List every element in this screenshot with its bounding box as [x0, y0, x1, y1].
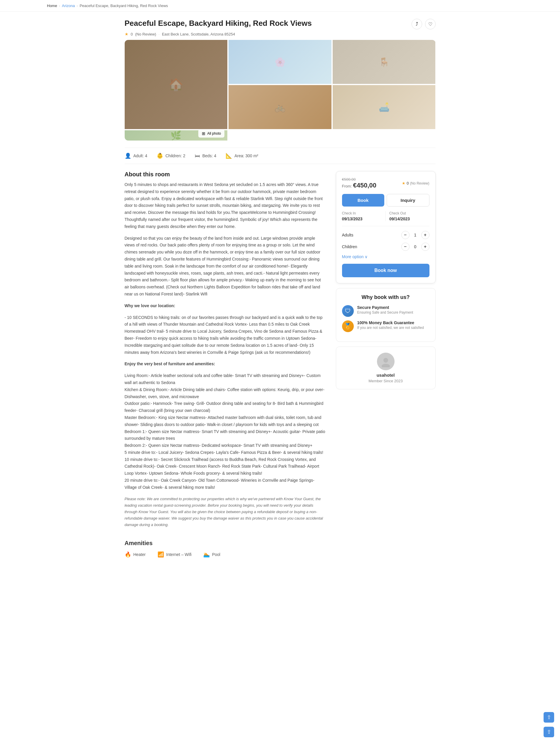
children-row: Children − 0 + — [342, 243, 429, 251]
location-text: East Beck Lane, Scottsdale, Arizona 8525… — [162, 32, 235, 36]
money-back-sub: If you are not satisfied, we are not sat… — [357, 326, 424, 330]
star-icon: ★ — [125, 32, 128, 36]
area-icon: 📐 — [225, 153, 232, 159]
heater-label: Heater — [133, 552, 146, 557]
beds-label: Beds: 4 — [202, 153, 216, 158]
separator: · — [158, 32, 159, 36]
secure-payment-item: 🛡 Secure Payment Ensuring Safe and Secur… — [342, 305, 429, 317]
secure-payment-text: Secure Payment Ensuring Safe and Secure … — [357, 305, 413, 315]
breadcrumb-home[interactable]: Home — [47, 3, 57, 8]
wifi-icon: 📶 — [157, 551, 164, 558]
property-title: Peaceful Escape, Backyard Hiking, Red Ro… — [125, 19, 312, 28]
secure-payment-title: Secure Payment — [357, 305, 413, 310]
checkin-label: Check In — [342, 211, 382, 215]
host-since: Member Since 2023 — [342, 379, 429, 383]
checkout-label: Check Out — [389, 211, 429, 215]
secure-payment-sub: Ensuring Safe and Secure Payment — [357, 311, 413, 315]
beds-icon: 🛏 — [195, 153, 200, 159]
money-back-icon: 🏅 — [342, 320, 354, 332]
amenity-pool: 🏊 Pool — [203, 551, 220, 558]
amenities-text: Living Room:- Article leather sectional … — [125, 372, 326, 491]
why-book-card: Why book with us? 🛡 Secure Payment Ensur… — [336, 288, 436, 342]
inquiry-button[interactable]: Inquiry — [387, 194, 429, 207]
heater-icon: 🔥 — [125, 551, 131, 558]
breadcrumb-sep1: › — [59, 3, 60, 8]
money-back-text: 100% Money Back Guarantee If you are not… — [357, 320, 424, 330]
amenities-section: Amenities 🔥 Heater 📶 Internet – Wifi 🏊 P… — [125, 540, 326, 558]
book-now-button[interactable]: Book now — [342, 264, 429, 277]
all-photo-label: All photo — [207, 131, 221, 135]
amenity-wifi: 📶 Internet – Wifi — [157, 551, 192, 558]
checkout-group: Check Out 09/14/2023 — [389, 211, 429, 221]
description-1: Only 5 minutes to shops and restaurants … — [125, 181, 326, 230]
more-option[interactable]: More option ∨ — [342, 254, 429, 259]
children-controls[interactable]: − 0 + — [401, 243, 429, 251]
money-back-item: 🏅 100% Money Back Guarantee If you are n… — [342, 320, 429, 332]
why-location-title: Why we love our location: — [125, 303, 175, 308]
price-from-label: From: — [342, 184, 352, 188]
photo-5[interactable]: 🛋️ — [333, 85, 436, 129]
pool-label: Pool — [212, 552, 220, 557]
photo-grid: 🏠 🌸 🪑 🚲 🛋️ 🌿 — [125, 40, 436, 141]
photo-1[interactable]: 🏠 — [125, 40, 228, 129]
adults-controls[interactable]: − 1 + — [401, 231, 429, 239]
current-price: €450,00 — [353, 181, 376, 189]
booking-review-label: (No Review) — [410, 181, 429, 186]
photo-3[interactable]: 🪑 — [333, 40, 436, 84]
host-card: usahotel Member Since 2023 — [336, 346, 436, 389]
amenity-heater: 🔥 Heater — [125, 551, 146, 558]
children-booking-label: Children — [342, 244, 357, 249]
children-icon: 👶 — [157, 153, 163, 159]
book-button[interactable]: Book — [342, 194, 384, 207]
children-increment[interactable]: + — [421, 243, 429, 251]
info-bar: 👤 Adult: 4 👶 Children: 2 🛏 Beds: 4 📐 Are… — [125, 148, 436, 164]
amenities-intro-title: Enjoy the very best of furniture and ame… — [125, 361, 215, 366]
children-label: Children: 2 — [166, 153, 186, 158]
adults-row: Adults − 1 + — [342, 231, 429, 239]
rating-value: 0 — [131, 32, 133, 36]
photo-4[interactable]: 🚲 — [229, 85, 331, 129]
why-book-title: Why book with us? — [342, 294, 429, 300]
adults-count: 1 — [412, 233, 418, 237]
note-text: Please note: We are committed to protect… — [125, 496, 326, 528]
money-back-title: 100% Money Back Guarantee — [357, 320, 424, 325]
beds-info: 🛏 Beds: 4 — [195, 153, 216, 159]
photo-6[interactable]: 🌿 ⊞ All photo — [125, 130, 228, 141]
area-label: Area: 300 m² — [234, 153, 258, 158]
booking-rating: 0 — [407, 181, 409, 186]
sidebar: €500.00 From: €450,00 ★ 0 (No Review) Bo… — [336, 171, 436, 558]
adult-icon: 👤 — [125, 153, 131, 159]
more-option-label: More option — [342, 254, 364, 259]
share-button[interactable]: ⤴ — [412, 19, 422, 29]
children-decrement[interactable]: − — [401, 243, 410, 251]
adult-info: 👤 Adult: 4 — [125, 153, 147, 159]
main-content: About this room Only 5 minutes to shops … — [125, 171, 326, 558]
svg-point-1 — [382, 364, 390, 367]
favorite-button[interactable]: ♡ — [425, 19, 436, 29]
why-location-text: - 10 SECONDS to hiking trails: on of our… — [125, 314, 326, 356]
original-price: €500.00 — [342, 177, 376, 181]
chevron-down-icon: ∨ — [365, 254, 368, 259]
review-count: (No Review) — [135, 32, 156, 36]
pool-icon: 🏊 — [203, 551, 210, 558]
all-photo-button[interactable]: ⊞ All photo — [198, 130, 224, 137]
review-star-icon: ★ — [402, 181, 405, 186]
adults-decrement[interactable]: − — [401, 231, 410, 239]
breadcrumb-state[interactable]: Arizona — [62, 3, 75, 8]
host-name: usahotel — [342, 372, 429, 378]
children-count: 0 — [412, 244, 418, 249]
breadcrumb: Home › Arizona › Peaceful Escape, Backya… — [0, 0, 560, 12]
adults-increment[interactable]: + — [421, 231, 429, 239]
host-avatar — [377, 352, 394, 370]
secure-payment-icon: 🛡 — [342, 305, 354, 317]
area-info: 📐 Area: 300 m² — [225, 153, 258, 159]
breadcrumb-sep2: › — [77, 3, 78, 8]
description-2: Designed so that you can enjoy the beaut… — [125, 235, 326, 298]
checkin-date: 09/13/2023 — [342, 216, 382, 221]
about-title: About this room — [125, 171, 326, 178]
wifi-label: Internet – Wifi — [166, 552, 192, 557]
amenities-section-title: Amenities — [125, 540, 326, 547]
breadcrumb-current: Peaceful Escape, Backyard Hiking, Red Ro… — [80, 3, 168, 8]
photo-2[interactable]: 🌸 — [229, 40, 331, 84]
checkin-group: Check In 09/13/2023 — [342, 211, 382, 221]
